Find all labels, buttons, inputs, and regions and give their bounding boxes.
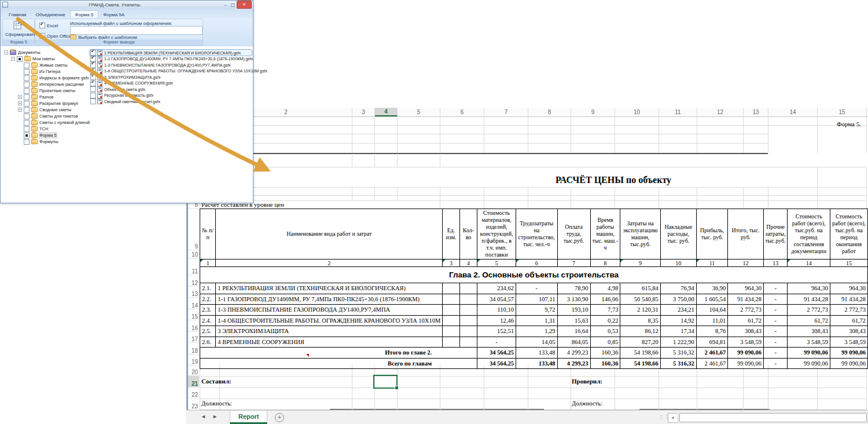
tree-item-раскрытие-формул[interactable]: +Раскрытие формул	[18, 100, 78, 107]
row-header-11[interactable]: 11	[188, 258, 199, 275]
quantity[interactable]	[459, 305, 477, 316]
report-header-col3[interactable]: Ед. изм.	[443, 209, 460, 259]
tree-item-сводные-сметы[interactable]: +Сводные сметы	[18, 107, 71, 113]
report-header-col5[interactable]: Стоимость материалов, изделий, конструкц…	[477, 209, 516, 259]
tree-item-разное[interactable]: +Разное	[18, 94, 54, 100]
row-header-19[interactable]: 19	[188, 354, 199, 365]
total-chapter2-label[interactable]: Итого по главе 2.	[200, 348, 477, 359]
sheet-nav-left-icon[interactable]: ◄	[201, 414, 206, 419]
report-colnum-12[interactable]: 12	[728, 259, 764, 267]
value-cell[interactable]: 146,06	[590, 294, 620, 305]
value-cell[interactable]: 0,53	[590, 326, 620, 337]
value-cell[interactable]: -	[763, 337, 787, 348]
report-colnum-3[interactable]: 3	[443, 259, 460, 267]
value-cell[interactable]: 0,22	[590, 315, 620, 326]
row-header-15[interactable]: 15	[188, 309, 199, 321]
total-value-cell[interactable]: 2 461,67	[696, 348, 727, 359]
tree-item-интересные-расценки[interactable]: Интересные расценки	[18, 81, 84, 87]
report-header-col4[interactable]: Кол-во	[459, 209, 477, 259]
collapse-icon[interactable]: −	[11, 57, 15, 61]
report-colnum-14[interactable]: 14	[788, 259, 830, 267]
ribbon-tab-главная[interactable]: Главная	[4, 11, 31, 18]
total-value-cell[interactable]: 5 316,32	[660, 358, 696, 368]
work-name[interactable]: 4 ВРЕМЕННЫЕ СООРУЖЕНИЯ	[216, 337, 443, 348]
value-cell[interactable]: 61,72	[830, 315, 867, 326]
value-cell[interactable]: 1 605,54	[696, 294, 727, 305]
total-value-cell[interactable]: 54 198,66	[620, 348, 660, 359]
value-cell[interactable]: 50 540,85	[620, 294, 660, 305]
tree-item-сметы-с-нулевой-длиной[interactable]: Сметы с нулевой длиной	[18, 119, 90, 126]
row-header-22[interactable]: 22	[188, 388, 199, 399]
report-colnum-13[interactable]: 13	[763, 259, 787, 267]
value-cell[interactable]: 61,72	[788, 315, 830, 326]
value-cell[interactable]: 0,85	[590, 337, 620, 348]
add-sheet-icon[interactable]: +	[275, 413, 284, 422]
total-value-cell[interactable]: 99 090,06	[830, 358, 867, 368]
value-cell[interactable]: 864,05	[557, 337, 590, 348]
value-cell[interactable]: 308,43	[728, 326, 764, 337]
hscroll-track[interactable]	[677, 412, 868, 422]
column-header-15[interactable]: 15	[818, 108, 867, 116]
total-value-cell[interactable]: 99 090,06	[788, 358, 830, 368]
row-header-9[interactable]: 9	[188, 209, 199, 250]
row-header-12[interactable]: 12	[188, 275, 199, 287]
value-cell[interactable]: -	[763, 326, 787, 337]
unit[interactable]	[443, 294, 460, 305]
row-header-18[interactable]: 18	[188, 343, 199, 354]
value-cell[interactable]: 61,72	[728, 315, 764, 326]
column-header-5[interactable]: 5	[398, 108, 440, 116]
report-header-col1[interactable]: № п/п	[200, 209, 216, 259]
file-checkbox-icon[interactable]	[90, 93, 96, 98]
file-checkbox-icon[interactable]	[90, 86, 96, 92]
value-cell[interactable]: 1 222,90	[660, 337, 696, 348]
tree-checkbox-icon[interactable]	[24, 120, 30, 126]
value-cell[interactable]: 11,01	[696, 315, 727, 326]
total-value-cell[interactable]: 4 299,23	[557, 358, 590, 368]
total-value-cell[interactable]: 99 090,06	[728, 348, 764, 359]
column-header-12[interactable]: 12	[697, 108, 744, 116]
work-name[interactable]: 3 ЭЛЕКТРОХИМЗАЩИТА	[216, 326, 443, 337]
tree-checkbox-icon[interactable]	[24, 107, 30, 113]
tree-checkbox-icon[interactable]	[24, 126, 30, 132]
total-value-cell[interactable]: 34 564,25	[477, 348, 516, 359]
report-colnum-9[interactable]: 9	[620, 259, 660, 267]
file-item[interactable]: Ресурсная ведомость.gsfx	[90, 93, 252, 98]
file-item[interactable]: ✓4 ВРЕМЕННЫЕ СООРУЖЕНИЯ.gsfx	[90, 81, 252, 86]
value-cell[interactable]: 91 434,28	[830, 294, 867, 305]
hscroll-thumb[interactable]	[679, 413, 867, 422]
quantity[interactable]	[459, 326, 477, 337]
total-value-cell[interactable]: 99 090,06	[830, 348, 867, 359]
tree-checkbox-icon[interactable]	[24, 69, 30, 75]
quantity[interactable]	[459, 315, 477, 326]
unit[interactable]	[443, 337, 460, 348]
tree-item-сметы-для-тикетов[interactable]: Сметы для тикетов	[18, 113, 78, 119]
value-cell[interactable]: 964,30	[728, 283, 764, 294]
file-checkbox-icon[interactable]	[90, 98, 96, 104]
unit[interactable]	[443, 283, 460, 294]
file-item[interactable]: ✓3 ЭЛЕКТРОХИМЗАЩИТА.gsfx	[90, 74, 252, 80]
report-colnum-6[interactable]: 6	[516, 259, 557, 267]
file-checkbox-icon[interactable]: ✓	[90, 81, 96, 86]
file-item[interactable]: Сводный сметный расчет.gsfx	[90, 98, 252, 104]
value-cell[interactable]: 2 772,73	[830, 305, 867, 316]
total-by-chapters-label[interactable]: Всего по главам	[200, 358, 477, 368]
ribbon-tab-форма-5[interactable]: Форма 5	[70, 10, 99, 18]
chapter-row[interactable]: Глава 2. Основные объекты строительства	[200, 267, 868, 283]
row-header-14[interactable]: 14	[188, 298, 199, 309]
value-cell[interactable]: 308,43	[830, 326, 867, 337]
tree-item-тсн[interactable]: ТСН	[18, 126, 48, 132]
sheet-nav-right-icon[interactable]: ►	[212, 414, 218, 419]
total-value-cell[interactable]: 4 299,23	[557, 348, 590, 359]
total-value-cell[interactable]: 133,48	[516, 348, 557, 359]
value-cell[interactable]: 694,81	[696, 337, 727, 348]
report-header-col11[interactable]: Прибыль, тыс. руб.	[696, 209, 727, 259]
value-cell[interactable]: 91 434,28	[788, 294, 830, 305]
row-header-16[interactable]: 16	[188, 320, 199, 332]
tree-item-форма-5[interactable]: Форма 5	[18, 132, 57, 138]
value-cell[interactable]: 3 130,90	[557, 294, 590, 305]
report-header-col14[interactable]: Стоимость работ (всего), тыс.руб. на пер…	[788, 209, 830, 259]
value-cell[interactable]: 3 548,59	[788, 337, 830, 348]
value-cell[interactable]: 12,46	[477, 315, 516, 326]
total-value-cell[interactable]: 5 316,32	[660, 348, 696, 359]
value-cell[interactable]: 91 434,28	[728, 294, 764, 305]
